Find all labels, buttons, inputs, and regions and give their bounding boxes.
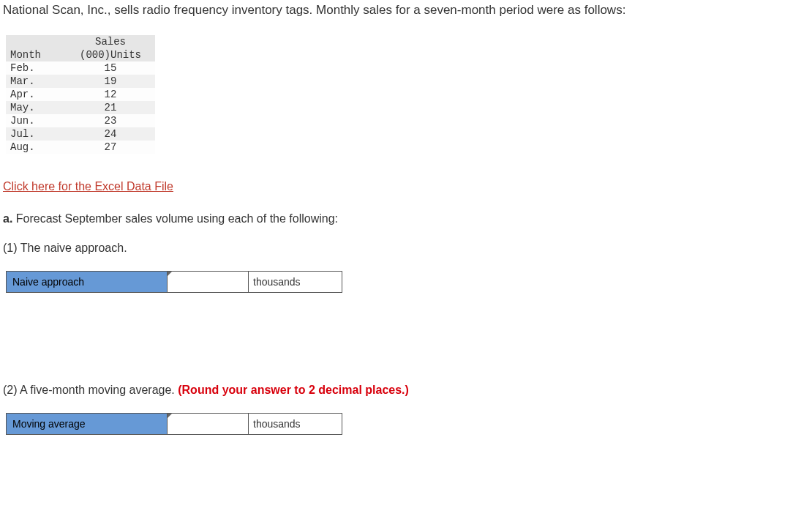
q2-heading-text: (2) A five-month moving average.: [3, 384, 178, 396]
q1-answer-unit: thousands: [249, 272, 342, 293]
month-cell: Jul.: [6, 127, 66, 141]
part-a-text: Forecast September sales volume using ea…: [12, 212, 338, 225]
table-row: Feb. 15: [6, 61, 155, 75]
q2-answer-table: Moving average thousands: [6, 413, 342, 435]
month-cell: Jun.: [6, 114, 66, 127]
table-row: Mar. 19: [6, 75, 155, 88]
month-cell: Mar.: [6, 75, 66, 88]
excel-data-file-link[interactable]: Click here for the Excel Data File: [3, 180, 173, 193]
sales-cell: 12: [66, 88, 155, 101]
month-cell: Apr.: [6, 88, 66, 101]
sales-data-table: Sales Month (000)Units Feb. 15 Mar. 19 A…: [6, 35, 155, 154]
month-cell: Feb.: [6, 61, 66, 75]
sales-cell: 21: [66, 101, 155, 114]
table-row: Apr. 12: [6, 88, 155, 101]
q1-answer-label: Naive approach: [7, 272, 168, 293]
month-cell: Aug.: [6, 141, 66, 154]
sales-cell: 24: [66, 127, 155, 141]
part-a-label: a.: [3, 212, 12, 225]
table-row: Jul. 24: [6, 127, 155, 141]
sales-cell: 27: [66, 141, 155, 154]
q2-answer-input[interactable]: [168, 415, 248, 433]
sales-cell: 19: [66, 75, 155, 88]
sales-cell: 15: [66, 61, 155, 75]
table-row: May. 21: [6, 101, 155, 114]
q2-answer-unit: thousands: [249, 414, 342, 435]
table-header-month: Month: [6, 48, 66, 61]
month-cell: May.: [6, 101, 66, 114]
q2-heading-hint: (Round your answer to 2 decimal places.): [178, 384, 409, 396]
table-header-sales-line1: Sales: [66, 35, 155, 48]
question-2-heading: (2) A five-month moving average. (Round …: [3, 384, 812, 397]
part-a-line: a. Forecast September sales volume using…: [3, 212, 812, 225]
sales-cell: 23: [66, 114, 155, 127]
q1-answer-table: Naive approach thousands: [6, 271, 342, 293]
question-1-heading: (1) The naive approach.: [3, 242, 812, 255]
table-header-sales-line2: (000)Units: [66, 48, 155, 61]
q1-answer-input[interactable]: [168, 273, 248, 291]
problem-intro: National Scan, Inc., sells radio frequen…: [3, 3, 812, 18]
table-row: Aug. 27: [6, 141, 155, 154]
q2-answer-label: Moving average: [7, 414, 168, 435]
table-row: Jun. 23: [6, 114, 155, 127]
